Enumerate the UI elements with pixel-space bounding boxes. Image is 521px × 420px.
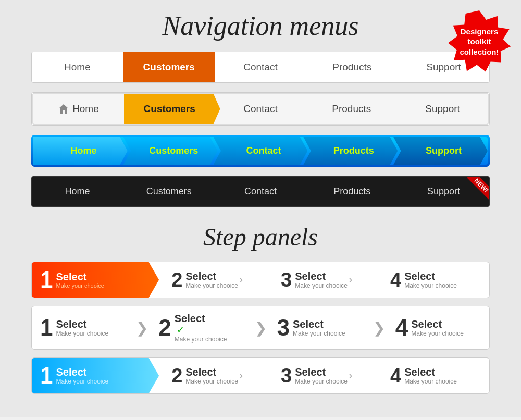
- step1-sub4: Make your chooice: [404, 282, 457, 289]
- nav4-bar: Home Customers Contact Products Support …: [32, 177, 489, 206]
- nav4-contact[interactable]: Contact: [215, 177, 307, 206]
- nav-menu-4: Home Customers Contact Products Support …: [31, 176, 490, 207]
- step3-item4[interactable]: 4 Select Make your chooice: [380, 358, 489, 393]
- chevron1-icon: ›: [238, 273, 244, 287]
- step2-text1: Select Make your chooice: [56, 318, 108, 337]
- step-panels-title: Step panels: [31, 223, 490, 251]
- step1-sub3: Make your chooice: [295, 282, 348, 289]
- nav2-support[interactable]: Support: [397, 94, 488, 124]
- nav1-products[interactable]: Products: [306, 52, 398, 82]
- step2-item3[interactable]: 3 Select Make your chooice: [269, 306, 371, 349]
- step2-label3: Select: [293, 318, 345, 330]
- nav4-products[interactable]: Products: [306, 177, 398, 206]
- arrow2-icon: ❯: [253, 319, 269, 337]
- step1-num1: 1: [40, 268, 53, 291]
- step2-num4: 4: [395, 316, 408, 339]
- step3-label3: Select: [295, 366, 348, 378]
- step1-text3: Select Make your chooice: [295, 270, 348, 289]
- checkmark-icon: ✓: [177, 325, 184, 335]
- nav4-home[interactable]: Home: [32, 177, 123, 206]
- nav2-contact[interactable]: Contact: [215, 94, 306, 124]
- page-container: Designerstoolkitcollection! Navigation m…: [0, 0, 521, 417]
- step3-sub2: Make your chooice: [185, 378, 238, 385]
- nav3-support[interactable]: Support: [393, 137, 488, 165]
- step3-text4: Select Make your chooice: [404, 366, 457, 385]
- step2-sub1: Make your chooice: [56, 330, 108, 337]
- step1-item4[interactable]: 4 Select Make your chooice: [380, 262, 489, 298]
- step1-label1: Select: [56, 271, 104, 282]
- chevron4-icon: ›: [348, 369, 353, 382]
- step3-text2: Select Make your chooice: [185, 366, 238, 385]
- step2-num3: 3: [277, 316, 290, 339]
- step3-sub3: Make your chooice: [295, 378, 348, 385]
- step1-sub2: Make your chooice: [185, 282, 238, 289]
- step2-text4: Select Make your chooice: [411, 318, 464, 337]
- step2-label4: Select: [411, 318, 464, 330]
- step2-text3: Select Make your chooice: [293, 318, 345, 337]
- step3-num1: 1: [40, 364, 53, 387]
- step3-item3[interactable]: 3 Select Make your chooice ›: [270, 358, 380, 393]
- step2-label2: Select: [175, 313, 227, 324]
- step2-item4[interactable]: 4 Select Make your chooice: [387, 306, 489, 349]
- badge-text: Designerstoolkitcollection!: [460, 27, 499, 57]
- nav-menu-1: Home Customers Contact Products Support: [31, 52, 490, 83]
- nav1-home[interactable]: Home: [32, 52, 123, 82]
- step2-num1: 1: [40, 316, 53, 339]
- step2-sub4: Make your chooice: [411, 330, 464, 337]
- step1-label2: Select: [185, 270, 238, 282]
- step3-text3: Select Make your chooice: [295, 366, 348, 385]
- nav1-customers[interactable]: Customers: [123, 52, 215, 82]
- step2-item1[interactable]: 1 Select Make your chooice: [32, 306, 134, 349]
- step1-num3: 3: [281, 270, 292, 290]
- nav2-home[interactable]: Home: [33, 94, 124, 124]
- new-ribbon: NEW!: [463, 177, 489, 203]
- step3-num2: 2: [171, 366, 182, 386]
- step1-label3: Select: [295, 270, 348, 282]
- step3-sub4: Make your chooice: [404, 378, 457, 385]
- nav-menu-2: Home Customers Contact Products Support: [31, 92, 490, 126]
- step3-num4: 4: [390, 366, 401, 386]
- step1-text1: Select Make your chooice: [56, 271, 104, 289]
- svg-marker-0: [59, 104, 68, 114]
- step-panel-1: 1 Select Make your chooice 2 Select Make…: [31, 262, 490, 298]
- step3-text1: Select Make your chooice: [56, 366, 108, 385]
- step2-text2: Select ✓ Make your chooice: [175, 313, 227, 343]
- step3-item2[interactable]: 2 Select Make your chooice ›: [159, 358, 270, 393]
- page-title: Navigation menus: [31, 10, 490, 41]
- chevron3-icon: ›: [238, 369, 244, 382]
- step2-sub3: Make your chooice: [293, 330, 345, 337]
- nav3-products[interactable]: Products: [303, 137, 398, 165]
- new-badge-text: NEW!: [467, 177, 489, 200]
- house-icon: [58, 103, 69, 115]
- step2-item2[interactable]: 2 Select ✓ Make your chooice: [150, 306, 252, 349]
- nav3-contact[interactable]: Contact: [214, 137, 308, 165]
- nav2-customers[interactable]: Customers: [124, 94, 220, 124]
- step3-item1[interactable]: 1 Select Make your chooice: [32, 358, 159, 393]
- step3-label2: Select: [185, 366, 238, 378]
- step1-label4: Select: [404, 270, 457, 282]
- chevron2-icon: ›: [348, 273, 353, 287]
- step2-label1: Select: [56, 318, 108, 330]
- arrow3-icon: ❯: [371, 319, 387, 337]
- nav4-support[interactable]: Support NEW!: [398, 177, 489, 206]
- step1-text4: Select Make your chooice: [404, 270, 457, 289]
- nav-menu-3: Home Customers Contact Products Support: [31, 135, 490, 167]
- step1-num2: 2: [171, 270, 182, 290]
- nav3-customers[interactable]: Customers: [123, 137, 218, 165]
- nav4-customers[interactable]: Customers: [123, 177, 215, 206]
- step2-num2: 2: [158, 316, 171, 339]
- step-panel-2: 1 Select Make your chooice ❯ 2 Select ✓ …: [31, 306, 490, 350]
- step1-item2[interactable]: 2 Select Make your chooice ›: [159, 262, 270, 298]
- nav1-contact[interactable]: Contact: [215, 52, 307, 82]
- step-panel-3: 1 Select Make your chooice 2 Select Make…: [31, 357, 490, 394]
- nav2-products[interactable]: Products: [306, 94, 397, 124]
- nav1-bar: Home Customers Contact Products Support: [32, 52, 489, 82]
- step1-item1[interactable]: 1 Select Make your chooice: [32, 262, 159, 298]
- step1-item3[interactable]: 3 Select Make your chooice ›: [270, 262, 380, 298]
- step3-num3: 3: [281, 366, 292, 386]
- step1-num4: 4: [390, 270, 401, 290]
- nav3-home[interactable]: Home: [33, 137, 128, 165]
- step3-label1: Select: [56, 366, 108, 378]
- nav3-bar: Home Customers Contact Products Support: [33, 137, 488, 165]
- nav2-bar: Home Customers Contact Products Support: [32, 93, 489, 125]
